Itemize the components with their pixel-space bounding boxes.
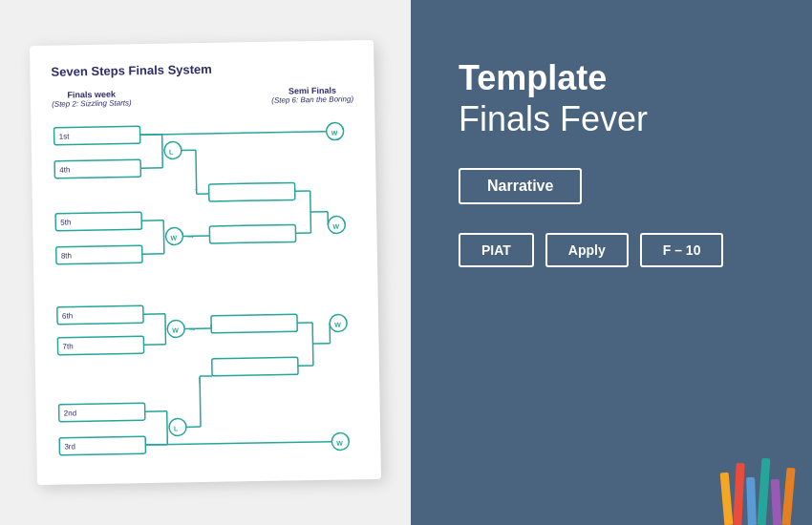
svg-rect-28 [209, 224, 295, 243]
svg-point-24 [165, 227, 182, 244]
col1-subtitle: (Step 2: Sizzling Starts) [52, 98, 132, 108]
bracket-header: Finals week (Step 2: Sizzling Starts) Se… [52, 85, 353, 109]
template-title: Template Finals Fever [459, 57, 764, 139]
template-section: Template Finals Fever Narrative PIAT App… [459, 57, 764, 487]
title-bold: Template [459, 58, 607, 97]
svg-text:W: W [331, 130, 338, 136]
svg-point-45 [167, 320, 184, 337]
svg-rect-40 [57, 336, 143, 355]
svg-text:L: L [174, 426, 179, 432]
svg-point-66 [169, 418, 186, 435]
bracket-area: 1st 4th L ↓ [52, 113, 359, 471]
svg-text:↑: ↑ [197, 374, 202, 385]
f10-button[interactable]: F – 10 [640, 233, 724, 267]
svg-line-65 [167, 411, 168, 445]
left-panel: Seven Steps Finals System Finals week (S… [0, 0, 411, 525]
svg-point-72 [331, 432, 349, 450]
svg-text:↓: ↓ [194, 181, 199, 192]
svg-text:4th: 4th [59, 165, 70, 174]
svg-text:→: → [185, 231, 195, 242]
svg-rect-0 [54, 126, 140, 145]
pencil-1 [720, 472, 734, 525]
svg-text:2nd: 2nd [64, 409, 77, 417]
action-buttons: PIAT Apply F – 10 [459, 233, 764, 267]
svg-line-69 [200, 376, 201, 427]
right-panel: Template Finals Fever Narrative PIAT App… [411, 0, 812, 525]
svg-point-31 [328, 216, 345, 233]
pencil-3 [746, 477, 757, 525]
svg-rect-19 [56, 245, 142, 264]
narrative-button[interactable]: Narrative [459, 168, 582, 204]
svg-rect-59 [59, 403, 145, 422]
svg-point-52 [330, 314, 347, 331]
svg-text:W: W [332, 223, 339, 230]
piat-button[interactable]: PIAT [459, 233, 534, 267]
svg-text:W: W [172, 326, 179, 333]
pencil-5 [771, 479, 781, 525]
col1-header: Finals week (Step 2: Sizzling Starts) [52, 89, 132, 108]
svg-text:L: L [169, 149, 174, 156]
paper-card: Seven Steps Finals System Finals week (S… [30, 40, 381, 485]
svg-text:7th: 7th [62, 342, 73, 350]
svg-line-35 [310, 191, 311, 233]
svg-line-23 [163, 220, 164, 254]
svg-rect-48 [211, 314, 297, 333]
pencils-area [722, 449, 793, 525]
svg-rect-2 [54, 159, 140, 178]
svg-text:1st: 1st [59, 132, 71, 140]
svg-line-56 [312, 323, 313, 366]
apply-button[interactable]: Apply [545, 233, 629, 267]
svg-text:W: W [334, 322, 341, 328]
svg-text:3rd: 3rd [64, 442, 75, 451]
title-light: Finals Fever [459, 99, 648, 138]
paper-title: Seven Steps Finals System [51, 59, 353, 79]
svg-rect-61 [59, 436, 145, 455]
svg-line-44 [165, 314, 166, 345]
svg-line-16 [140, 132, 327, 135]
svg-text:→: → [187, 324, 197, 334]
svg-text:W: W [170, 235, 177, 242]
pencil-6 [781, 468, 795, 525]
col2-header: Semi Finals (Step 6: Ban the Boring) [271, 85, 353, 104]
svg-point-14 [326, 122, 343, 139]
svg-text:W: W [336, 440, 343, 447]
pencil-2 [733, 463, 744, 525]
svg-rect-38 [57, 305, 143, 325]
pencil-4 [758, 458, 771, 525]
col2-subtitle: (Step 6: Ban the Boring) [271, 94, 353, 104]
svg-rect-27 [209, 182, 295, 201]
svg-line-10 [196, 150, 197, 194]
svg-line-74 [145, 442, 331, 445]
svg-text:6th: 6th [62, 311, 73, 320]
svg-text:8th: 8th [61, 251, 72, 260]
svg-line-6 [162, 135, 163, 168]
svg-point-7 [164, 141, 182, 158]
svg-rect-49 [212, 357, 298, 376]
svg-text:5th: 5th [60, 218, 71, 226]
svg-rect-17 [55, 212, 141, 231]
